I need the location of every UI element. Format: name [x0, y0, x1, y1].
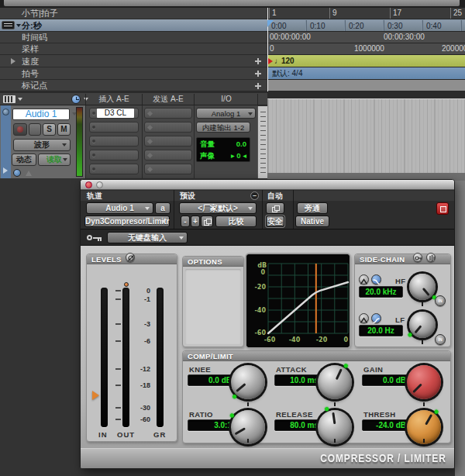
- track-columns-area: D3 CL Analog 1 内建输出 1-2 音量0.0 声像▸ 0 ◂: [85, 105, 257, 178]
- lf-frequency-display[interactable]: 20.0 Hz: [359, 325, 403, 336]
- plugin-track-selector[interactable]: Audio 1: [86, 202, 153, 214]
- add-meter-event-button[interactable]: [255, 71, 261, 77]
- phase-meter-icon[interactable]: [126, 253, 135, 262]
- processing-type-button[interactable]: Native: [295, 216, 329, 227]
- hf-bandpass-button[interactable]: [359, 274, 369, 285]
- hf-knob[interactable]: [409, 274, 436, 300]
- send-slot-e[interactable]: [144, 164, 192, 174]
- auto-safe-button[interactable]: 安全: [266, 216, 284, 227]
- compare-settings-copy-button[interactable]: [266, 202, 284, 214]
- lf-in-button[interactable]: IN: [435, 334, 446, 345]
- ruler-bars-beats[interactable]: 1 9 17 25: [267, 8, 465, 19]
- insert-slot-d[interactable]: [89, 150, 139, 160]
- expand-arrow-icon[interactable]: [11, 58, 16, 64]
- copy-icon: [272, 205, 278, 212]
- timebase-icon[interactable]: [13, 169, 21, 177]
- next-preset-button[interactable]: +: [191, 216, 200, 227]
- send-slot-d[interactable]: [144, 150, 192, 160]
- insert-slot-c[interactable]: [89, 136, 139, 147]
- volume-value[interactable]: 0.0: [236, 138, 246, 150]
- hf-frequency-display[interactable]: 20.0 kHz: [359, 286, 403, 298]
- ruler-name-tempo[interactable]: 速度: [0, 55, 267, 67]
- hf-lowpass-button[interactable]: [371, 274, 381, 285]
- send-slot-a[interactable]: [144, 108, 192, 119]
- pan-value[interactable]: ▸ 0 ◂: [231, 150, 246, 161]
- output-path-selector[interactable]: 内建输出 1-2: [196, 122, 250, 133]
- chevron-down-icon[interactable]: [18, 98, 22, 101]
- send-slot-b[interactable]: [144, 122, 192, 133]
- preset-selector[interactable]: <厂家默认>: [179, 202, 257, 214]
- add-tempo-event-button[interactable]: [255, 58, 261, 64]
- compare-button[interactable]: 比较: [215, 216, 257, 227]
- track-view-selector[interactable]: 波形: [13, 139, 71, 151]
- plugin-selector[interactable]: Dyn3Compresor/Limitr: [84, 216, 170, 227]
- toolbar-strip: [0, 0, 465, 8]
- sends-column-header: 发送 A-E: [143, 93, 193, 105]
- solo-button[interactable]: S: [43, 123, 56, 136]
- track-height-scale[interactable]: [257, 106, 267, 178]
- minimize-window-icon[interactable]: [96, 181, 103, 188]
- playhead-flag-icon[interactable]: [267, 20, 274, 27]
- ruler-name-bars-beats[interactable]: 小节|拍子: [0, 8, 267, 19]
- ruler-menu-icon[interactable]: [2, 21, 15, 29]
- ratio-label: RATIO: [189, 410, 213, 419]
- insert-position-selector[interactable]: a: [155, 202, 170, 214]
- ruler-name-markers[interactable]: 标记点: [0, 80, 267, 91]
- target-window-button[interactable]: [436, 202, 449, 215]
- input-monitor-button[interactable]: [29, 123, 41, 136]
- inserts-column-header: 插入 A-E: [87, 93, 141, 105]
- record-enable-button[interactable]: [13, 123, 27, 136]
- previous-preset-button[interactable]: -: [181, 216, 190, 227]
- sidechain-key-icon[interactable]: [413, 253, 422, 262]
- track-lane-area[interactable]: [267, 98, 465, 173]
- sidechain-listen-icon[interactable]: [426, 253, 436, 262]
- insert-slot-a[interactable]: D3 CL: [89, 108, 139, 119]
- track-expand-arrow-icon[interactable]: [3, 167, 8, 174]
- preset-section-label: 预设: [174, 191, 262, 201]
- attack-knob[interactable]: [318, 365, 352, 399]
- plugin-titlebar[interactable]: [81, 180, 454, 190]
- insert-slot-e[interactable]: [89, 164, 139, 174]
- ruler-min-sec[interactable]: 0:00 0:10 0:20 0:30 0:40 0:50: [267, 19, 465, 32]
- input-path-selector[interactable]: Analog 1: [196, 108, 256, 119]
- librarian-menu-button[interactable]: [201, 216, 213, 227]
- bypass-button[interactable]: 旁通: [297, 202, 328, 214]
- ruler-meter-lane[interactable]: 默认: 4/4: [267, 67, 465, 80]
- key-input-selector[interactable]: 无键盘输入: [107, 232, 188, 243]
- track-name-field[interactable]: Audio 1: [12, 109, 70, 120]
- lf-bandpass-button[interactable]: [359, 313, 369, 323]
- ruler-tempo-lane[interactable]: ♩ 120: [267, 55, 465, 67]
- preset-menu-icon[interactable]: –: [250, 191, 259, 200]
- ruler-name-timecode[interactable]: 时间码: [0, 32, 267, 43]
- gain-label: GAIN: [363, 365, 383, 374]
- track-list-view-icon[interactable]: [3, 95, 16, 103]
- hf-in-button[interactable]: IN: [435, 295, 446, 306]
- elastic-audio-button[interactable]: 动态: [12, 153, 36, 166]
- io-column-header: I/O: [195, 93, 257, 105]
- knee-knob[interactable]: [231, 365, 265, 399]
- gain-knob[interactable]: [407, 365, 441, 399]
- pro-tools-edit-window: 小节|拍子 分:秒 时间码 采样 速度 拍号 标记点 1 9 17 25 0:0…: [0, 0, 465, 476]
- threshold-arrow-icon[interactable]: [92, 391, 99, 400]
- ruler-samples[interactable]: 0 1000000 2000000: [267, 43, 465, 55]
- clip-led-icon[interactable]: [124, 282, 129, 287]
- send-slot-c[interactable]: [144, 136, 192, 147]
- automation-mode-selector[interactable]: 读取: [38, 153, 71, 166]
- add-marker-button[interactable]: [255, 83, 261, 89]
- options-panel: OPTIONS: [182, 256, 244, 347]
- insert-plugin-label[interactable]: D3 CL: [97, 109, 134, 118]
- track-collapse-icon[interactable]: [2, 109, 9, 116]
- close-window-icon[interactable]: [85, 181, 92, 188]
- volume-pan-display: 音量0.0 声像▸ 0 ◂: [196, 137, 250, 162]
- thresh-label: THRESH: [363, 410, 395, 419]
- timebase-clock-icon[interactable]: [71, 95, 81, 104]
- ruler-name-samples[interactable]: 采样: [0, 43, 267, 55]
- lf-knob[interactable]: [409, 312, 436, 338]
- ruler-name-meter[interactable]: 拍号: [0, 67, 267, 80]
- mute-button[interactable]: M: [57, 123, 71, 136]
- ruler-name-min-sec[interactable]: 分:秒: [0, 19, 267, 32]
- insert-slot-b[interactable]: [89, 122, 139, 133]
- ruler-timecode[interactable]: 00:00:00:00 00:00:30:00: [267, 32, 465, 43]
- lf-highpass-button[interactable]: [371, 313, 381, 323]
- ruler-markers-lane[interactable]: [267, 80, 465, 91]
